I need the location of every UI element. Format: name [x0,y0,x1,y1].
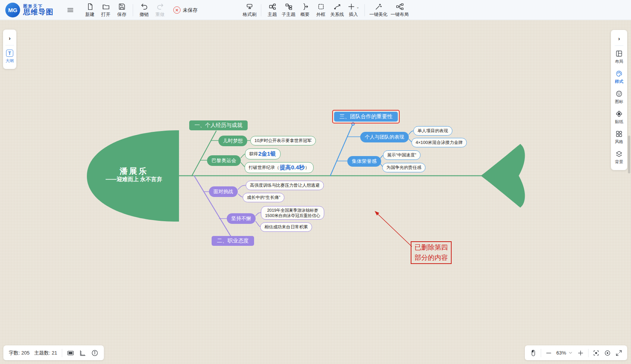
zoom-level-value: 63% [556,350,566,356]
format-painter-button[interactable]: 格式刷 [241,1,258,20]
leaf-world-record[interactable]: 打破世界纪录（提高0.4秒） [245,162,314,173]
auto-layout-button[interactable]: 一键布局 [389,1,410,20]
subtopic-icon [285,3,293,11]
statusbar-separator [62,349,62,357]
style-tab[interactable]: 样式 [615,66,623,86]
relation-line-icon [333,3,341,11]
leaf-medals[interactable]: 获得2金1银 [245,148,281,159]
redo-button[interactable]: 重做 [152,1,168,20]
topic-icon [268,3,276,11]
top-toolbar: MG 图形天下 思维导图 新建 打开 保存 [0,0,631,20]
icon-tab[interactable]: 图标 [615,86,623,106]
logo-icon: MG [5,3,20,17]
frame-icon [317,3,325,11]
new-button[interactable]: 新建 [82,1,98,20]
redo-icon [156,3,164,11]
outline-button[interactable]: T 大纲 [6,45,14,67]
mouse-mode-icon[interactable] [529,349,537,357]
menu-button[interactable] [64,1,77,20]
central-topic-title: 潘展乐 [92,167,176,176]
subtopic-paris-olympics[interactable]: 巴黎奥运会 [207,155,241,166]
undo-button[interactable]: 撤销 [136,1,152,20]
zoom-in-icon[interactable] [577,349,584,357]
save-status: ✕ 未保存 [173,6,198,14]
toolbar-separator [261,4,261,16]
background-tab[interactable]: 背景 [615,146,623,166]
leaf-training-pressure[interactable]: 高强度训练与比赛压力曾让人想逃避 [246,181,324,190]
fish-tail-shape[interactable] [481,144,525,208]
fullscreen-icon[interactable] [615,349,623,357]
app-logo[interactable]: MG 图形天下 思维导图 [5,3,53,17]
open-folder-icon [102,3,110,11]
left-panel-expand-button[interactable]: › [9,32,11,45]
leaf-daily-accumulation[interactable]: 相信成功来自日常积累 [260,222,312,232]
branch-label-3[interactable]: 三、团队合作的重要性 [334,112,398,122]
theme-grid-icon [615,130,623,138]
sticker-tab[interactable]: 贴纸 [615,106,623,126]
annotation-line2: 部分的内容 [411,253,451,263]
auto-layout-icon [396,3,404,11]
undo-icon [140,3,148,11]
word-count: 字数: 205 [9,350,30,356]
theme-tab[interactable]: 风格 [615,126,623,146]
screen-icon[interactable] [67,349,74,357]
layout-icon [615,50,623,58]
zoom-bar: 63% [525,345,627,360]
left-panel: › T 大纲 [3,30,16,69]
frame-button[interactable]: 外框 [313,1,329,20]
branch-label-1[interactable]: 一、个人经历与成就 [189,120,248,130]
leaf-2019-championship[interactable]: 2019年全国夏季游泳锦标赛 1500米自由泳夺冠后重拾信心 [261,206,324,220]
layout-tab[interactable]: 布局 [615,46,623,66]
hamburger-icon [66,6,74,14]
leaf-china-speed[interactable]: 展示“中国速度” [383,150,421,160]
save-button[interactable]: 保存 [114,1,130,20]
annotation-arrow[interactable] [375,211,412,247]
leaf-individual-performance[interactable]: 单人项目的表现 [413,126,452,136]
topic-count: 主题数: 21 [34,350,57,356]
fit-view-icon[interactable] [592,349,600,357]
vertical-scrollbar[interactable] [628,136,630,173]
leaf-world-champion[interactable]: 10岁时公开表示要拿世界冠军 [250,136,316,145]
insert-plus-icon [347,3,355,11]
selected-node-outline[interactable]: 三、团队合作的重要性 [332,110,400,123]
leaf-relay-gold[interactable]: 4×100米混合泳接力金牌 [411,138,467,147]
smiley-icon [615,90,623,98]
zoom-level-select[interactable]: 63% [556,350,573,356]
magic-wand-icon [375,3,383,11]
right-panel-collapse-button[interactable]: › [618,32,620,45]
open-button[interactable]: 打开 [98,1,114,20]
flower-icon [615,110,623,118]
leaf-growing-pains[interactable]: 成长中的“生长痛” [243,193,284,202]
zoom-out-icon[interactable] [545,349,553,357]
summary-button[interactable]: 概要 [297,1,313,20]
topic-button[interactable]: 主题 [264,1,280,20]
canvas[interactable]: 潘展乐 ——迎难而上 永不言弃 一、个人经历与成就 儿时梦想 10岁时公开表示要… [0,0,631,364]
subtopic-button[interactable]: 子主题 [280,1,297,20]
subtopic-childhood-dream[interactable]: 儿时梦想 [218,136,247,146]
new-file-icon [86,3,94,11]
subtopic-collective-honor[interactable]: 集体荣誉感 [347,156,381,167]
unsaved-icon: ✕ [173,6,181,14]
beautify-button[interactable]: 一键美化 [368,1,389,20]
palette-icon [615,70,623,78]
leaf-national-pride[interactable]: 为国争光的责任感 [382,163,425,172]
central-topic[interactable]: 潘展乐 ——迎难而上 永不言弃 [92,167,176,183]
zoombar-separator [588,349,589,357]
center-view-icon[interactable] [604,349,611,357]
info-icon[interactable] [91,349,99,357]
branch-label-2[interactable]: 二、职业态度 [212,236,254,246]
chevron-down-icon [568,350,573,355]
relation-line-button[interactable]: 关系线 [329,1,345,20]
layers-icon [615,150,623,158]
subtopic-perseverance[interactable]: 坚持不懈 [227,213,256,224]
save-icon [118,3,126,11]
annotation-box[interactable]: 已删除第四 部分的内容 [411,241,452,264]
ruler-icon[interactable] [79,349,86,357]
subtopic-face-challenges[interactable]: 面对挑战 [209,186,238,197]
insert-button[interactable]: ⌄ 插入 [345,1,361,20]
summary-icon [301,3,309,11]
toolbar-separator [133,4,133,16]
central-topic-subtitle: ——迎难而上 永不言弃 [92,176,176,183]
subtopic-individual-and-team[interactable]: 个人与团队的表现 [360,132,409,142]
right-panel: › 布局 样式 图标 贴纸 风格 背景 [611,30,627,170]
